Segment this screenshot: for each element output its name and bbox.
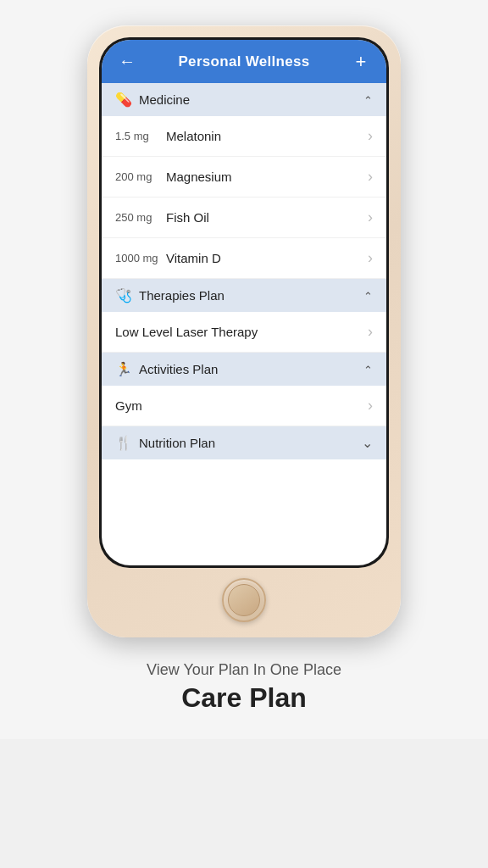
therapies-section-header[interactable]: 🩺 Therapies Plan bbox=[102, 279, 386, 312]
activities-section-header[interactable]: 🏃 Activities Plan bbox=[102, 353, 386, 386]
fishoil-name: Fish Oil bbox=[166, 210, 209, 225]
activities-icon: 🏃 bbox=[115, 361, 132, 377]
app-header: ← Personal Wellness + bbox=[102, 40, 386, 83]
therapies-chevron bbox=[363, 289, 373, 303]
list-item[interactable]: 250 mg Fish Oil bbox=[102, 198, 386, 238]
fishoil-chevron bbox=[368, 209, 373, 226]
empty-space bbox=[102, 459, 386, 527]
therapies-section-title: Therapies Plan bbox=[139, 288, 225, 303]
list-item[interactable]: 1000 mg Vitamin D bbox=[102, 238, 386, 279]
fishoil-left: 250 mg Fish Oil bbox=[115, 210, 209, 225]
back-button[interactable]: ← bbox=[115, 52, 139, 71]
nutrition-section-left: 🍴 Nutrition Plan bbox=[115, 435, 215, 451]
activities-section-left: 🏃 Activities Plan bbox=[115, 361, 218, 377]
medicine-icon: 💊 bbox=[115, 92, 132, 108]
phone-screen: ← Personal Wellness + 💊 Medicine bbox=[102, 40, 386, 565]
melatonin-left: 1.5 mg Melatonin bbox=[115, 129, 221, 143]
nutrition-section-header[interactable]: 🍴 Nutrition Plan bbox=[102, 426, 386, 459]
header-title: Personal Wellness bbox=[178, 53, 309, 70]
magnesium-dose: 200 mg bbox=[115, 170, 166, 183]
nutrition-icon: 🍴 bbox=[115, 435, 132, 451]
page-wrapper: ← Personal Wellness + 💊 Medicine bbox=[0, 0, 488, 739]
magnesium-left: 200 mg Magnesium bbox=[115, 170, 232, 184]
nutrition-section-title: Nutrition Plan bbox=[139, 436, 215, 450]
magnesium-chevron bbox=[368, 168, 373, 186]
bottom-title: Care Plan bbox=[147, 682, 341, 714]
melatonin-name: Melatonin bbox=[166, 129, 221, 143]
medicine-section-title: Medicine bbox=[139, 92, 190, 107]
activities-section-title: Activities Plan bbox=[139, 362, 218, 376]
home-button[interactable] bbox=[222, 578, 266, 622]
vitamind-left: 1000 mg Vitamin D bbox=[115, 251, 221, 265]
vitamind-chevron bbox=[368, 249, 373, 267]
laser-chevron bbox=[368, 323, 373, 341]
bottom-text-area: View Your Plan In One Place Care Plan bbox=[130, 661, 358, 714]
nutrition-chevron bbox=[362, 435, 373, 451]
activities-chevron bbox=[363, 363, 373, 376]
laser-left: Low Level Laser Therapy bbox=[115, 325, 258, 339]
phone-inner: ← Personal Wellness + 💊 Medicine bbox=[99, 37, 389, 568]
phone-frame: ← Personal Wellness + 💊 Medicine bbox=[87, 25, 401, 637]
magnesium-name: Magnesium bbox=[166, 170, 232, 184]
add-button[interactable]: + bbox=[349, 53, 373, 71]
melatonin-chevron bbox=[368, 127, 373, 145]
melatonin-dose: 1.5 mg bbox=[115, 130, 166, 142]
gym-left: Gym bbox=[115, 398, 142, 413]
app-content: 💊 Medicine 1.5 mg Melatonin bbox=[102, 83, 386, 527]
medicine-section-header[interactable]: 💊 Medicine bbox=[102, 83, 386, 116]
therapies-section-left: 🩺 Therapies Plan bbox=[115, 287, 225, 303]
therapies-icon: 🩺 bbox=[115, 287, 132, 303]
list-item[interactable]: Low Level Laser Therapy bbox=[102, 312, 386, 353]
vitamind-name: Vitamin D bbox=[166, 251, 221, 265]
gym-chevron bbox=[368, 397, 373, 415]
medicine-section-left: 💊 Medicine bbox=[115, 92, 190, 108]
laser-name: Low Level Laser Therapy bbox=[115, 325, 258, 339]
vitamind-dose: 1000 mg bbox=[115, 252, 166, 264]
list-item[interactable]: Gym bbox=[102, 386, 386, 426]
bottom-subtitle: View Your Plan In One Place bbox=[147, 661, 341, 679]
home-button-inner bbox=[228, 584, 260, 616]
fishoil-dose: 250 mg bbox=[115, 211, 166, 224]
list-item[interactable]: 1.5 mg Melatonin bbox=[102, 116, 386, 157]
medicine-chevron bbox=[363, 93, 373, 107]
gym-name: Gym bbox=[115, 398, 142, 413]
list-item[interactable]: 200 mg Magnesium bbox=[102, 157, 386, 198]
